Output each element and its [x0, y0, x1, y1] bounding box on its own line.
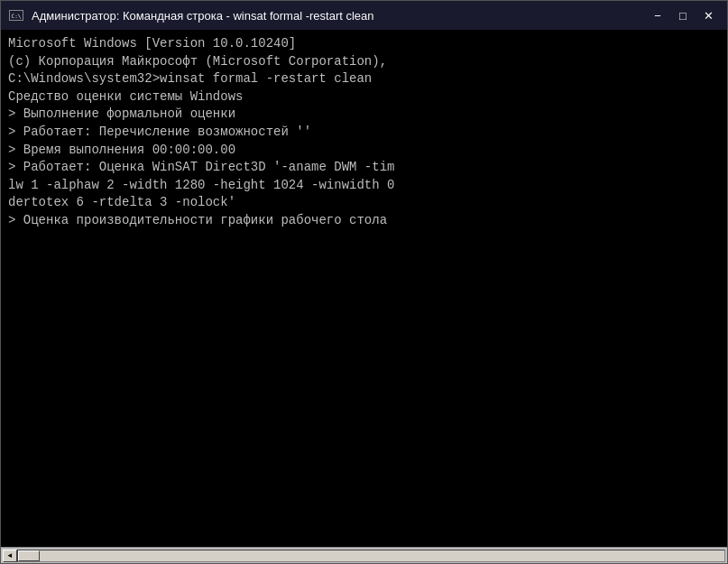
terminal-line: > Работает: Оценка WinSAT Direct3D '-ana… [8, 159, 720, 177]
terminal-line: Microsoft Windows [Version 10.0.10240] [8, 35, 720, 53]
maximize-button[interactable]: □ [671, 6, 695, 24]
terminal-line: > Время выполнения 00:00:00.00 [8, 142, 720, 160]
close-button[interactable]: ✕ [696, 6, 720, 24]
scrollbar-track [17, 550, 725, 562]
terminal-line: dertotex 6 -rtdelta 3 -nolock' [8, 194, 720, 212]
cmd-icon [9, 10, 23, 21]
terminal-output: Microsoft Windows [Version 10.0.10240](c… [8, 35, 720, 230]
minimize-button[interactable]: − [646, 6, 669, 24]
terminal-line: > Оценка производительности графики рабо… [8, 212, 720, 230]
terminal-line: lw 1 -alphaw 2 -width 1280 -height 1024 … [8, 177, 720, 195]
window-icon [8, 7, 24, 23]
terminal-body: Microsoft Windows [Version 10.0.10240](c… [1, 30, 727, 547]
title-bar: Администратор: Командная строка - winsat… [1, 1, 727, 30]
terminal-line: (c) Корпорация Майкрософт (Microsoft Cor… [8, 53, 720, 71]
window-controls: − □ ✕ [646, 6, 720, 24]
terminal-line: Средство оценки системы Windows [8, 88, 720, 106]
terminal-line: > Выполнение формальной оценки [8, 106, 720, 124]
scrollbar-area: ◄ [1, 547, 727, 563]
cmd-window: Администратор: Командная строка - winsat… [0, 0, 728, 564]
window-title: Администратор: Командная строка - winsat… [32, 9, 639, 23]
scroll-left-button[interactable]: ◄ [3, 550, 17, 562]
scrollbar-thumb[interactable] [18, 550, 40, 561]
terminal-line: C:\Windows\system32>winsat formal -resta… [8, 70, 720, 88]
terminal-line: > Работает: Перечисление возможностей '' [8, 124, 720, 142]
